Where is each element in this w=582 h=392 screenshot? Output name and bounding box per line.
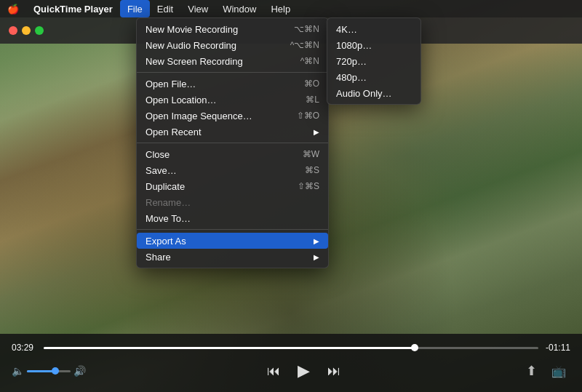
- volume-track[interactable]: [27, 370, 71, 372]
- menu-item-open-recent-label: Open Recent: [146, 127, 311, 137]
- app-name-menu[interactable]: QuickTime Player: [26, 0, 120, 17]
- menu-item-open-file[interactable]: Open File… ⌘O: [137, 76, 328, 92]
- progress-thumb: [411, 344, 418, 351]
- menu-item-open-file-label: Open File…: [146, 79, 290, 89]
- volume-low-icon: 🔈: [12, 365, 24, 377]
- menu-item-share-label: Share: [146, 252, 311, 263]
- menu-item-open-image-seq-shortcut: ⇧⌘O: [297, 111, 319, 121]
- menu-item-rename[interactable]: Rename…: [137, 194, 328, 210]
- submenu-item-480p-label: 480p…: [336, 72, 412, 83]
- menu-item-open-recent[interactable]: Open Recent ▶: [137, 124, 328, 140]
- menu-item-new-movie-label: New Movie Recording: [146, 24, 279, 35]
- share-arrow-icon: ▶: [314, 253, 319, 261]
- submenu-item-audio-only[interactable]: Audio Only…: [327, 85, 420, 101]
- controls-row: 🔈 🔊 ⏮ ▶ ⏭ ⬆ 📺: [12, 359, 570, 383]
- menu-item-duplicate-label: Duplicate: [146, 181, 283, 192]
- edit-menu-item[interactable]: Edit: [150, 0, 180, 17]
- menu-item-move-to[interactable]: Move To…: [137, 210, 328, 226]
- close-button[interactable]: [9, 26, 17, 35]
- airplay-button[interactable]: 📺: [547, 361, 570, 381]
- menu-item-close-shortcut: ⌘W: [303, 149, 319, 159]
- menu-item-export-as-label: Export As: [146, 236, 311, 247]
- progress-row: 03:29 -01:11: [12, 343, 570, 353]
- volume-high-icon: 🔊: [73, 365, 86, 377]
- rewind-button[interactable]: ⏮: [261, 361, 286, 382]
- remaining-time: -01:11: [544, 343, 570, 353]
- view-menu-item[interactable]: View: [180, 0, 215, 17]
- submenu-item-audio-only-label: Audio Only…: [336, 88, 412, 99]
- playback-bar: 03:29 -01:11 🔈 🔊 ⏮ ▶ ⏭ ⬆ 📺: [0, 334, 582, 392]
- menu-item-new-movie-shortcut: ⌥⌘N: [294, 24, 319, 34]
- window-menu-item[interactable]: Window: [215, 0, 263, 17]
- menu-item-export-as[interactable]: Export As ▶: [137, 233, 328, 249]
- share-control-button[interactable]: ⬆: [522, 360, 541, 382]
- file-menu-item[interactable]: File: [120, 0, 150, 17]
- zoom-button[interactable]: [35, 26, 44, 35]
- separator-2: [137, 143, 328, 143]
- menu-item-new-audio-label: New Audio Recording: [146, 40, 276, 51]
- file-menu-dropdown: New Movie Recording ⌥⌘N New Audio Record…: [136, 17, 329, 268]
- submenu-item-480p[interactable]: 480p…: [327, 69, 420, 85]
- menu-item-duplicate[interactable]: Duplicate ⇧⌘S: [137, 178, 328, 194]
- menu-item-close-label: Close: [146, 149, 288, 160]
- menu-item-open-file-shortcut: ⌘O: [304, 79, 319, 89]
- menu-item-new-screen-shortcut: ^⌘N: [300, 56, 319, 66]
- separator-3: [137, 229, 328, 230]
- menu-item-duplicate-shortcut: ⇧⌘S: [298, 181, 319, 191]
- menu-bar: 🍎 QuickTime Player File Edit View Window…: [0, 0, 582, 17]
- traffic-lights: [9, 26, 44, 35]
- play-button[interactable]: ▶: [292, 359, 316, 383]
- minimize-button[interactable]: [22, 26, 31, 35]
- menu-item-open-image-seq[interactable]: Open Image Sequence… ⇧⌘O: [137, 108, 328, 124]
- menu-item-close[interactable]: Close ⌘W: [137, 146, 328, 162]
- menu-item-save-label: Save…: [146, 165, 290, 176]
- submenu-item-1080p[interactable]: 1080p…: [327, 37, 420, 53]
- menu-item-open-image-seq-label: Open Image Sequence…: [146, 111, 282, 121]
- submenu-item-1080p-label: 1080p…: [336, 40, 412, 51]
- menu-item-new-screen-label: New Screen Recording: [146, 56, 286, 67]
- menu-item-new-screen[interactable]: New Screen Recording ^⌘N: [137, 53, 328, 69]
- submenu-item-4k[interactable]: 4K…: [327, 21, 420, 37]
- progress-fill: [44, 347, 415, 349]
- menu-item-open-location-label: Open Location…: [146, 95, 291, 105]
- menu-item-save-shortcut: ⌘S: [305, 165, 319, 175]
- fast-forward-button[interactable]: ⏭: [322, 361, 346, 382]
- menu-item-open-location[interactable]: Open Location… ⌘L: [137, 92, 328, 108]
- menu-item-new-movie[interactable]: New Movie Recording ⌥⌘N: [137, 21, 328, 37]
- apple-menu[interactable]: 🍎: [0, 0, 26, 17]
- export-as-arrow-icon: ▶: [314, 237, 319, 245]
- volume-area: 🔈 🔊: [12, 365, 86, 377]
- menu-item-open-location-shortcut: ⌘L: [306, 95, 319, 105]
- open-recent-arrow-icon: ▶: [314, 128, 319, 136]
- menu-item-new-audio[interactable]: New Audio Recording ^⌥⌘N: [137, 37, 328, 53]
- help-menu-item[interactable]: Help: [263, 0, 298, 17]
- menu-item-move-to-label: Move To…: [146, 213, 319, 224]
- submenu-item-720p[interactable]: 720p…: [327, 53, 420, 69]
- submenu-item-4k-label: 4K…: [336, 24, 412, 35]
- menu-item-share[interactable]: Share ▶: [137, 249, 328, 265]
- menu-item-new-audio-shortcut: ^⌥⌘N: [290, 40, 319, 50]
- current-time: 03:29: [12, 343, 38, 353]
- progress-track[interactable]: [44, 347, 538, 349]
- submenu-item-720p-label: 720p…: [336, 56, 412, 67]
- menu-item-save[interactable]: Save… ⌘S: [137, 162, 328, 178]
- volume-thumb: [52, 367, 59, 375]
- menu-item-rename-label: Rename…: [146, 197, 319, 208]
- export-as-submenu: 4K… 1080p… 720p… 480p… Audio Only…: [327, 17, 421, 105]
- separator-1: [137, 72, 328, 73]
